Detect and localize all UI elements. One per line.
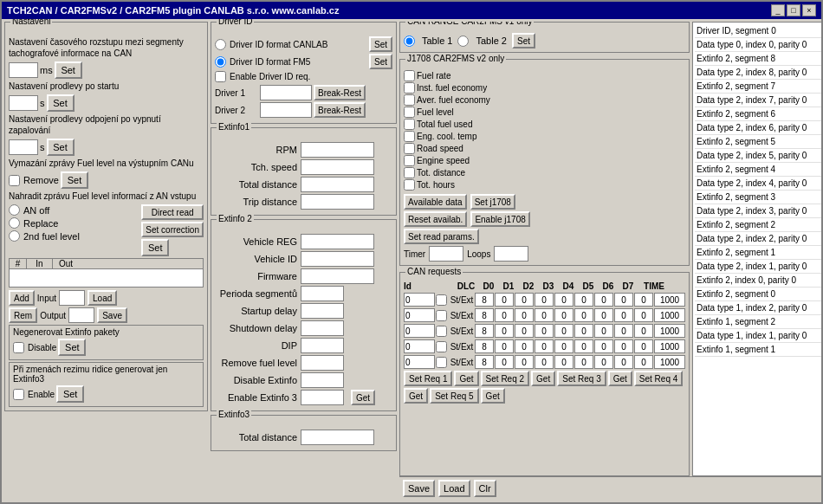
- driver-set1-button[interactable]: Set: [369, 36, 392, 52]
- req-d1-0[interactable]: [515, 293, 534, 307]
- set6-button[interactable]: Set: [58, 339, 86, 356]
- output-field[interactable]: 0: [68, 307, 94, 323]
- tot-distance-check[interactable]: [404, 167, 415, 178]
- req-d3-4[interactable]: [554, 355, 574, 369]
- get-extinfo2-button[interactable]: Get: [351, 390, 375, 405]
- req-d4-1[interactable]: [574, 308, 593, 322]
- req-d5-2[interactable]: [594, 324, 613, 338]
- clr-bottom-button[interactable]: Clr: [474, 480, 496, 497]
- s1-input[interactable]: 0: [9, 95, 38, 111]
- engine-speed-check[interactable]: [404, 155, 415, 166]
- req-d7-0[interactable]: [634, 293, 653, 307]
- req-dlc-0[interactable]: [475, 293, 494, 307]
- period-input[interactable]: 200: [301, 286, 344, 301]
- req-d5-4[interactable]: [594, 355, 613, 369]
- req-d6-4[interactable]: [614, 355, 633, 369]
- req-id-4[interactable]: [404, 355, 435, 369]
- req-time-3[interactable]: [654, 339, 685, 353]
- req-d6-1[interactable]: [614, 308, 633, 322]
- set5-button[interactable]: Set: [141, 239, 169, 256]
- req-time-1[interactable]: [654, 308, 685, 322]
- minimize-button[interactable]: _: [771, 4, 785, 16]
- req-d5-1[interactable]: [594, 308, 613, 322]
- fm5-radio[interactable]: [215, 56, 226, 68]
- set-read-button[interactable]: Set read params.: [404, 229, 479, 244]
- req-dlc-3[interactable]: [475, 339, 494, 353]
- req-time-2[interactable]: [654, 324, 685, 338]
- req-d2-0[interactable]: [535, 293, 554, 307]
- remove-checkbox[interactable]: [9, 175, 20, 186]
- req-check-3[interactable]: [436, 341, 447, 352]
- set-req4-button[interactable]: Set Req 4: [634, 371, 683, 386]
- extinfo3-total-input[interactable]: 0.000000: [301, 430, 374, 445]
- req-id-2[interactable]: [404, 324, 435, 338]
- req-time-4[interactable]: [654, 355, 685, 369]
- req-d4-4[interactable]: [574, 355, 593, 369]
- set-req3-button[interactable]: Set Req 3: [557, 371, 606, 386]
- req-d4-0[interactable]: [574, 293, 593, 307]
- req-d6-3[interactable]: [614, 339, 633, 353]
- req-d0-0[interactable]: [495, 293, 514, 307]
- req-id-1[interactable]: [404, 308, 435, 322]
- close-button[interactable]: ×: [802, 4, 816, 16]
- available-data-button[interactable]: Available data: [404, 194, 467, 210]
- vreg-input[interactable]: 3B31234: [301, 234, 374, 249]
- req-d7-3[interactable]: [634, 339, 653, 353]
- set-req1-button[interactable]: Set Req 1: [404, 371, 452, 386]
- get4-button[interactable]: Get: [404, 388, 428, 404]
- req-d5-3[interactable]: [594, 339, 613, 353]
- get3-button[interactable]: Get: [608, 371, 632, 386]
- save-bottom-button[interactable]: Save: [403, 480, 435, 497]
- trip-input[interactable]: 0.000000: [301, 194, 374, 210]
- req-d2-4[interactable]: [535, 355, 554, 369]
- replace-radio[interactable]: [9, 217, 20, 229]
- tch-input[interactable]: 0.000000: [301, 159, 374, 175]
- req-d6-2[interactable]: [614, 324, 633, 338]
- total-fuel-check[interactable]: [404, 119, 415, 130]
- total-input[interactable]: 0.000000: [301, 177, 374, 192]
- req-dlc-1[interactable]: [475, 308, 494, 322]
- fuel-rate-check[interactable]: [404, 70, 415, 81]
- fuel2nd-radio[interactable]: [9, 230, 20, 242]
- rem-button[interactable]: Rem: [9, 307, 37, 323]
- req-d2-3[interactable]: [535, 339, 554, 353]
- table1-radio[interactable]: [404, 36, 415, 47]
- set-j1708-button[interactable]: Set j1708: [470, 194, 515, 210]
- inst-fuel-check[interactable]: [404, 82, 415, 94]
- enable-driver-id-checkbox[interactable]: [215, 71, 226, 82]
- req-d7-1[interactable]: [634, 308, 653, 322]
- req-time-0[interactable]: [654, 293, 685, 307]
- table2-radio[interactable]: [457, 36, 469, 47]
- save-table-button[interactable]: Save: [97, 307, 127, 323]
- direct-read-button[interactable]: Direct read: [141, 204, 204, 220]
- vid-input[interactable]: VOLVO: [301, 251, 374, 267]
- req-dlc-2[interactable]: [475, 324, 494, 338]
- disable-checkbox[interactable]: [13, 342, 24, 353]
- firm-input[interactable]: C2F2132: [301, 268, 374, 284]
- req-d7-4[interactable]: [634, 355, 653, 369]
- rpm-input[interactable]: 0.000000: [301, 142, 374, 158]
- set7-button[interactable]: Set: [56, 385, 84, 403]
- req-d1-1[interactable]: [515, 308, 534, 322]
- req-check-4[interactable]: [436, 357, 447, 368]
- startup-input[interactable]: 1: [301, 303, 344, 319]
- reset-avail-button[interactable]: Reset availab.: [404, 211, 467, 227]
- req-check-2[interactable]: [436, 326, 447, 337]
- can-range-set-button[interactable]: Set: [512, 33, 535, 48]
- set-req5-button[interactable]: Set Req 5: [430, 388, 478, 404]
- enable-checkbox[interactable]: [13, 389, 24, 400]
- req-d0-3[interactable]: [495, 339, 514, 353]
- req-dlc-4[interactable]: [475, 355, 494, 369]
- req-d6-0[interactable]: [614, 293, 633, 307]
- req-d1-4[interactable]: [515, 355, 534, 369]
- canlab-radio[interactable]: [215, 39, 226, 50]
- req-d7-2[interactable]: [634, 324, 653, 338]
- break-rest1-button[interactable]: Break-Rest: [314, 85, 366, 100]
- set3-button[interactable]: Set: [47, 139, 75, 156]
- an-off-radio[interactable]: [9, 204, 20, 216]
- req-id-0[interactable]: [404, 293, 435, 307]
- get2-button[interactable]: Get: [531, 371, 555, 386]
- req-d2-1[interactable]: [535, 308, 554, 322]
- driver2-input[interactable]: Řidič 2: [260, 102, 312, 118]
- maximize-button[interactable]: □: [787, 4, 800, 16]
